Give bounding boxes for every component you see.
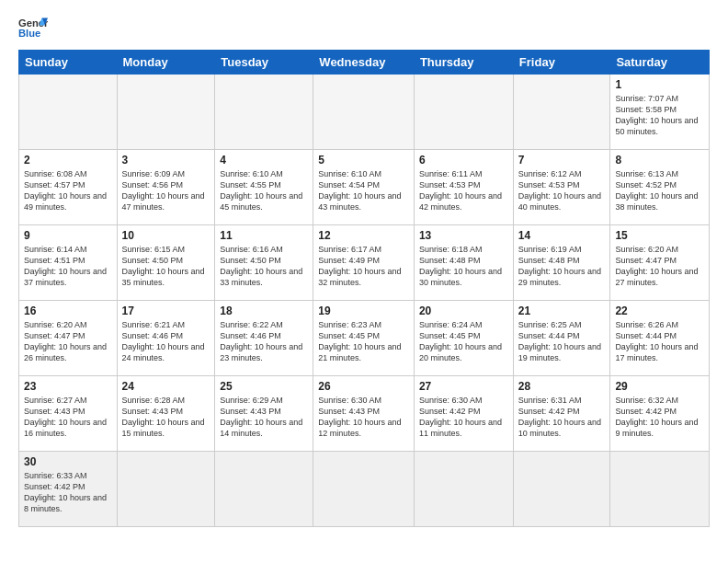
calendar-cell: 23Sunrise: 6:27 AM Sunset: 4:43 PM Dayli…: [19, 376, 118, 452]
col-header-saturday: Saturday: [610, 51, 710, 75]
day-number: 11: [220, 229, 308, 242]
day-info: Sunrise: 6:10 AM Sunset: 4:55 PM Dayligh…: [220, 168, 308, 213]
day-number: 1: [615, 78, 704, 91]
calendar-table: SundayMondayTuesdayWednesdayThursdayFrid…: [18, 50, 710, 527]
day-info: Sunrise: 6:13 AM Sunset: 4:52 PM Dayligh…: [615, 168, 704, 213]
day-number: 18: [220, 304, 308, 317]
calendar-cell: 29Sunrise: 6:32 AM Sunset: 4:42 PM Dayli…: [610, 376, 710, 452]
day-number: 16: [24, 304, 112, 317]
day-info: Sunrise: 6:24 AM Sunset: 4:45 PM Dayligh…: [419, 319, 508, 364]
day-number: 9: [24, 229, 112, 242]
calendar-cell: 22Sunrise: 6:26 AM Sunset: 4:44 PM Dayli…: [610, 301, 710, 376]
day-number: 3: [122, 154, 210, 167]
day-info: Sunrise: 6:25 AM Sunset: 4:44 PM Dayligh…: [518, 319, 606, 364]
calendar-cell: 8Sunrise: 6:13 AM Sunset: 4:52 PM Daylig…: [610, 150, 710, 225]
day-number: 13: [419, 229, 508, 242]
calendar-cell: 21Sunrise: 6:25 AM Sunset: 4:44 PM Dayli…: [513, 301, 610, 376]
calendar-cell: 30Sunrise: 6:33 AM Sunset: 4:42 PM Dayli…: [19, 452, 118, 527]
calendar-cell: 19Sunrise: 6:23 AM Sunset: 4:45 PM Dayli…: [313, 301, 415, 376]
day-info: Sunrise: 6:12 AM Sunset: 4:53 PM Dayligh…: [518, 168, 606, 213]
calendar-cell: 12Sunrise: 6:17 AM Sunset: 4:49 PM Dayli…: [313, 225, 415, 301]
calendar-cell: [313, 75, 415, 150]
calendar-cell: 7Sunrise: 6:12 AM Sunset: 4:53 PM Daylig…: [513, 150, 610, 225]
day-number: 2: [24, 154, 112, 167]
day-info: Sunrise: 6:27 AM Sunset: 4:43 PM Dayligh…: [24, 395, 112, 440]
day-number: 5: [318, 154, 409, 167]
day-info: Sunrise: 7:07 AM Sunset: 5:58 PM Dayligh…: [615, 93, 704, 138]
week-row-3: 9Sunrise: 6:14 AM Sunset: 4:51 PM Daylig…: [19, 225, 710, 301]
day-info: Sunrise: 6:30 AM Sunset: 4:42 PM Dayligh…: [419, 395, 508, 440]
day-number: 24: [122, 380, 210, 393]
day-info: Sunrise: 6:30 AM Sunset: 4:43 PM Dayligh…: [318, 395, 409, 440]
calendar-cell: 17Sunrise: 6:21 AM Sunset: 4:46 PM Dayli…: [117, 301, 215, 376]
col-header-sunday: Sunday: [19, 51, 118, 75]
calendar-cell: [414, 75, 513, 150]
calendar-cell: 6Sunrise: 6:11 AM Sunset: 4:53 PM Daylig…: [414, 150, 513, 225]
calendar-cell: 18Sunrise: 6:22 AM Sunset: 4:46 PM Dayli…: [215, 301, 313, 376]
day-number: 17: [122, 304, 210, 317]
calendar-cell: 26Sunrise: 6:30 AM Sunset: 4:43 PM Dayli…: [313, 376, 415, 452]
logo-icon: General Blue: [18, 15, 48, 40]
col-header-monday: Monday: [117, 51, 215, 75]
day-info: Sunrise: 6:17 AM Sunset: 4:49 PM Dayligh…: [318, 244, 409, 289]
day-number: 30: [24, 455, 112, 468]
col-header-wednesday: Wednesday: [313, 51, 415, 75]
calendar-cell: [117, 75, 215, 150]
calendar-cell: 1Sunrise: 7:07 AM Sunset: 5:58 PM Daylig…: [610, 75, 710, 150]
day-info: Sunrise: 6:11 AM Sunset: 4:53 PM Dayligh…: [419, 168, 508, 213]
day-number: 12: [318, 229, 409, 242]
day-number: 10: [122, 229, 210, 242]
calendar-cell: 27Sunrise: 6:30 AM Sunset: 4:42 PM Dayli…: [414, 376, 513, 452]
day-number: 14: [518, 229, 606, 242]
calendar-cell: 2Sunrise: 6:08 AM Sunset: 4:57 PM Daylig…: [19, 150, 118, 225]
calendar-cell: 14Sunrise: 6:19 AM Sunset: 4:48 PM Dayli…: [513, 225, 610, 301]
svg-text:Blue: Blue: [18, 28, 40, 39]
week-row-4: 16Sunrise: 6:20 AM Sunset: 4:47 PM Dayli…: [19, 301, 710, 376]
day-number: 15: [615, 229, 704, 242]
day-number: 4: [220, 154, 308, 167]
calendar-cell: [117, 452, 215, 527]
day-number: 25: [220, 380, 308, 393]
col-header-thursday: Thursday: [414, 51, 513, 75]
day-info: Sunrise: 6:08 AM Sunset: 4:57 PM Dayligh…: [24, 168, 112, 213]
calendar-cell: 25Sunrise: 6:29 AM Sunset: 4:43 PM Dayli…: [215, 376, 313, 452]
calendar-cell: [610, 452, 710, 527]
day-info: Sunrise: 6:18 AM Sunset: 4:48 PM Dayligh…: [419, 244, 508, 289]
calendar-cell: [215, 75, 313, 150]
logo: General Blue: [18, 15, 48, 40]
calendar-cell: 24Sunrise: 6:28 AM Sunset: 4:43 PM Dayli…: [117, 376, 215, 452]
day-number: 26: [318, 380, 409, 393]
calendar-cell: 16Sunrise: 6:20 AM Sunset: 4:47 PM Dayli…: [19, 301, 118, 376]
day-info: Sunrise: 6:22 AM Sunset: 4:46 PM Dayligh…: [220, 319, 308, 364]
day-number: 27: [419, 380, 508, 393]
day-info: Sunrise: 6:19 AM Sunset: 4:48 PM Dayligh…: [518, 244, 606, 289]
day-info: Sunrise: 6:23 AM Sunset: 4:45 PM Dayligh…: [318, 319, 409, 364]
day-number: 29: [615, 380, 704, 393]
calendar-cell: [215, 452, 313, 527]
calendar-cell: 3Sunrise: 6:09 AM Sunset: 4:56 PM Daylig…: [117, 150, 215, 225]
day-info: Sunrise: 6:33 AM Sunset: 4:42 PM Dayligh…: [24, 470, 112, 515]
week-row-1: 1Sunrise: 7:07 AM Sunset: 5:58 PM Daylig…: [19, 75, 710, 150]
day-info: Sunrise: 6:10 AM Sunset: 4:54 PM Dayligh…: [318, 168, 409, 213]
calendar-cell: [313, 452, 415, 527]
day-number: 6: [419, 154, 508, 167]
calendar-cell: 11Sunrise: 6:16 AM Sunset: 4:50 PM Dayli…: [215, 225, 313, 301]
day-info: Sunrise: 6:16 AM Sunset: 4:50 PM Dayligh…: [220, 244, 308, 289]
calendar-cell: 28Sunrise: 6:31 AM Sunset: 4:42 PM Dayli…: [513, 376, 610, 452]
day-number: 7: [518, 154, 606, 167]
calendar-cell: 5Sunrise: 6:10 AM Sunset: 4:54 PM Daylig…: [313, 150, 415, 225]
day-number: 23: [24, 380, 112, 393]
calendar-cell: 20Sunrise: 6:24 AM Sunset: 4:45 PM Dayli…: [414, 301, 513, 376]
day-number: 21: [518, 304, 606, 317]
day-info: Sunrise: 6:15 AM Sunset: 4:50 PM Dayligh…: [122, 244, 210, 289]
day-info: Sunrise: 6:32 AM Sunset: 4:42 PM Dayligh…: [615, 395, 704, 440]
week-row-2: 2Sunrise: 6:08 AM Sunset: 4:57 PM Daylig…: [19, 150, 710, 225]
day-info: Sunrise: 6:14 AM Sunset: 4:51 PM Dayligh…: [24, 244, 112, 289]
day-info: Sunrise: 6:21 AM Sunset: 4:46 PM Dayligh…: [122, 319, 210, 364]
day-number: 20: [419, 304, 508, 317]
day-number: 19: [318, 304, 409, 317]
calendar-header-row: SundayMondayTuesdayWednesdayThursdayFrid…: [19, 51, 710, 75]
day-number: 8: [615, 154, 704, 167]
col-header-tuesday: Tuesday: [215, 51, 313, 75]
calendar-cell: [19, 75, 118, 150]
